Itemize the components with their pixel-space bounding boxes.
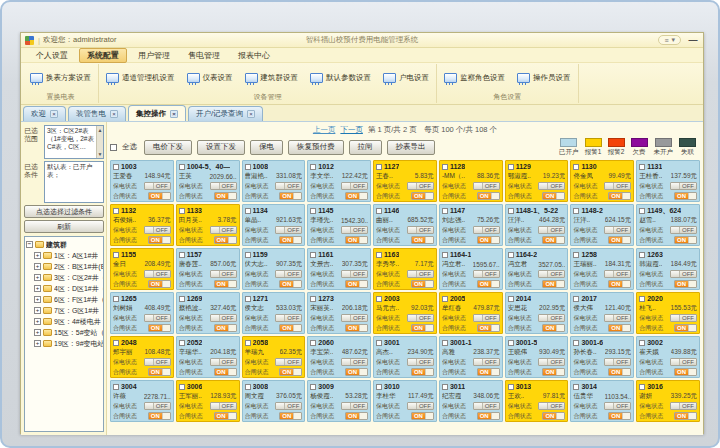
meter-card[interactable]: 1131王桂香..137.59元保电状态OFF合闸状态ON [636, 160, 700, 202]
card-checkbox[interactable] [573, 208, 579, 214]
meter-card[interactable]: 1145李瑾先..1542.30..保电状态OFF合闸状态ON [307, 204, 371, 246]
switch-toggle[interactable]: ON [345, 368, 368, 376]
card-checkbox[interactable] [442, 164, 448, 170]
power-protect-toggle[interactable]: OFF [538, 270, 565, 278]
card-checkbox[interactable] [639, 252, 645, 258]
tree-node[interactable]: +9区：4#楼电井（4#… [26, 316, 103, 327]
card-checkbox[interactable] [310, 252, 316, 258]
power-protect-toggle[interactable]: OFF [210, 182, 237, 190]
meter-card[interactable]: 1133田月英..3.78元保电状态OFF合闸状态ON [176, 204, 240, 246]
card-checkbox[interactable] [245, 164, 251, 170]
meter-card[interactable]: 2003马元吉..92.03元保电状态OFF合闸状态ON [373, 292, 437, 334]
power-protect-toggle[interactable]: OFF [275, 270, 302, 278]
meter-card[interactable]: 1263韩淑霞..184.49元保电状态OFF合闸状态ON [636, 248, 700, 290]
tree-node[interactable]: +7区：G区1#井 [26, 305, 103, 316]
power-protect-toggle[interactable]: OFF [604, 402, 631, 410]
switch-toggle[interactable]: ON [608, 192, 631, 200]
card-checkbox[interactable] [113, 208, 119, 214]
card-checkbox[interactable] [639, 208, 645, 214]
power-protect-toggle[interactable]: OFF [538, 358, 565, 366]
toolbar-button-保电[interactable]: 保电 [250, 140, 283, 155]
ribbon-button-默认参数设置[interactable]: 默认参数设置 [307, 71, 374, 85]
meter-card[interactable]: 1127王春..5.83元保电状态OFF合闸状态ON [373, 160, 437, 202]
switch-toggle[interactable]: ON [542, 280, 565, 288]
power-protect-toggle[interactable]: OFF [144, 226, 171, 234]
collapse-icon[interactable]: − [26, 241, 33, 248]
card-checkbox[interactable] [376, 164, 382, 170]
switch-toggle[interactable]: ON [477, 324, 500, 332]
meter-card[interactable]: 3001高杰..234.90元保电状态OFF合闸状态ON [373, 336, 437, 378]
menu-item-用户管理[interactable]: 用户管理 [131, 49, 177, 62]
card-checkbox[interactable] [639, 296, 645, 302]
switch-toggle[interactable]: ON [674, 412, 697, 420]
switch-toggle[interactable]: ON [542, 368, 565, 376]
card-checkbox[interactable] [442, 296, 448, 302]
card-checkbox[interactable] [442, 384, 448, 390]
switch-toggle[interactable]: ON [148, 368, 171, 376]
meter-card[interactable]: 3001-5王晓伟930.49元保电状态OFF合闸状态ON [505, 336, 569, 378]
switch-toggle[interactable]: ON [608, 280, 631, 288]
power-protect-toggle[interactable]: OFF [407, 182, 434, 190]
card-checkbox[interactable] [573, 296, 579, 302]
close-icon[interactable]: × [110, 110, 118, 118]
power-protect-toggle[interactable]: OFF [275, 402, 302, 410]
menu-item-系统配置[interactable]: 系统配置 [79, 48, 127, 63]
range-scrollbar[interactable]: ▲ ▼ [96, 126, 103, 158]
switch-toggle[interactable]: ON [542, 236, 565, 244]
switch-toggle[interactable]: ON [148, 192, 171, 200]
card-checkbox[interactable] [508, 208, 514, 214]
meter-card[interactable]: 1161文景吉..307.35元保电状态OFF合闸状态ON [307, 248, 371, 290]
tree-node[interactable]: +2区：B区1#井(B区1… [26, 261, 103, 272]
switch-toggle[interactable]: ON [411, 368, 434, 376]
select-all-checkbox[interactable] [110, 144, 117, 151]
meter-card[interactable]: 2058羊瑞九62.35元保电状态OFF合闸状态ON [242, 336, 306, 378]
meter-card[interactable]: 1149、624赵雪..188.07元保电状态OFF合闸状态ON [636, 204, 700, 246]
meter-card[interactable]: 1157唐春莲..857.06元保电状态OFF合闸状态ON [176, 248, 240, 290]
tree-node[interactable]: +4区：D区1#井（D区… [26, 283, 103, 294]
switch-toggle[interactable]: ON [214, 280, 237, 288]
toolbar-button-抄表导出[interactable]: 抄表导出 [387, 140, 435, 155]
power-protect-toggle[interactable]: OFF [604, 358, 631, 366]
power-protect-toggle[interactable]: OFF [670, 226, 697, 234]
switch-toggle[interactable]: ON [542, 324, 565, 332]
meter-card[interactable]: 1012李文华..122.42元保电状态OFF合闸状态ON [307, 160, 371, 202]
expand-icon[interactable]: + [34, 340, 41, 347]
card-checkbox[interactable] [113, 296, 119, 302]
power-protect-toggle[interactable]: OFF [407, 358, 434, 366]
switch-toggle[interactable]: ON [608, 368, 631, 376]
power-protect-toggle[interactable]: OFF [604, 270, 631, 278]
meter-card[interactable]: 3009杨俊霞..53.28元保电状态OFF合闸状态ON [307, 380, 371, 422]
range-box[interactable]: 3区：C区2#表（1#变电，2#表，C#表，C区… ▲ ▼ [44, 125, 104, 159]
card-checkbox[interactable] [179, 340, 185, 346]
qat-menu-icon[interactable]: ≡ [664, 37, 668, 44]
card-checkbox[interactable] [376, 384, 382, 390]
tree-node[interactable]: +3区：C区2#井（1#… [26, 272, 103, 283]
power-protect-toggle[interactable]: OFF [473, 270, 500, 278]
card-checkbox[interactable] [508, 340, 514, 346]
meter-card[interactable]: 1159伏大志..907.35元保电状态OFF合闸状态ON [242, 248, 306, 290]
card-checkbox[interactable] [573, 252, 579, 258]
switch-toggle[interactable]: ON [477, 192, 500, 200]
meter-card[interactable]: 3013王欢..97.81元保电状态OFF合闸状态ON [505, 380, 569, 422]
expand-icon[interactable]: + [34, 329, 41, 336]
switch-toggle[interactable]: ON [411, 192, 434, 200]
tree-root[interactable]: −建筑群 [26, 239, 103, 250]
tab-欢迎[interactable]: 欢迎× [23, 106, 66, 121]
ribbon-button-操作员设置[interactable]: 操作员设置 [514, 71, 574, 85]
meter-card[interactable]: 3008周文霞376.05元保电状态OFF合闸状态ON [242, 380, 306, 422]
prev-page-link[interactable]: 上一页 [313, 125, 336, 135]
switch-toggle[interactable]: ON [411, 324, 434, 332]
switch-toggle[interactable]: ON [411, 236, 434, 244]
card-checkbox[interactable] [310, 384, 316, 390]
card-checkbox[interactable] [573, 340, 579, 346]
switch-toggle[interactable]: ON [674, 280, 697, 288]
card-checkbox[interactable] [113, 252, 119, 258]
meter-card[interactable]: 3004许薇2278.71..保电状态OFF合闸状态ON [110, 380, 174, 422]
switch-toggle[interactable]: ON [279, 324, 302, 332]
power-protect-toggle[interactable]: OFF [407, 314, 434, 322]
card-checkbox[interactable] [179, 384, 185, 390]
card-checkbox[interactable] [508, 384, 514, 390]
switch-toggle[interactable]: ON [608, 236, 631, 244]
toolbar-button-恢复预付费[interactable]: 恢复预付费 [288, 140, 344, 155]
meter-card[interactable]: 3010李桂华117.49元保电状态OFF合闸状态ON [373, 380, 437, 422]
